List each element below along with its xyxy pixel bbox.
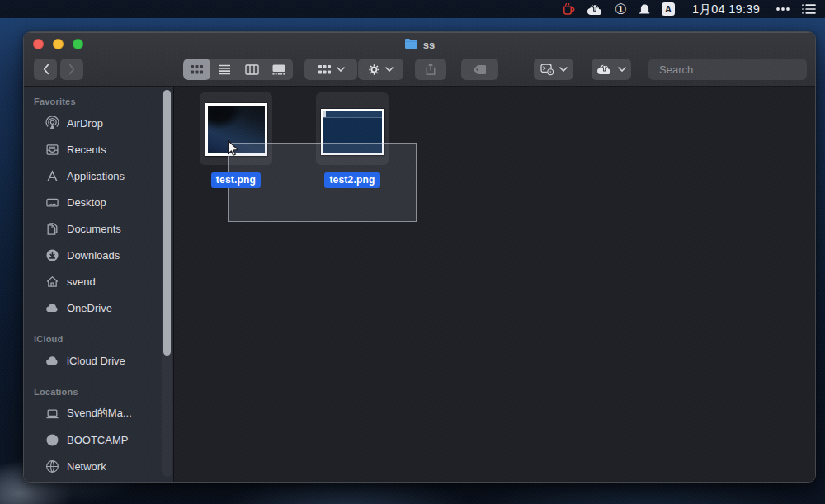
input-source-a-icon[interactable]: A — [662, 2, 675, 16]
sidebar-section-header: iCloud — [24, 334, 173, 347]
sidebar-item-label: BOOTCAMP — [67, 434, 128, 446]
finder-window: ss — [23, 31, 816, 483]
chevron-down-icon — [385, 67, 394, 72]
list-view-button[interactable] — [210, 59, 238, 80]
sidebar-item-label: svend — [67, 276, 96, 288]
list-menu-icon[interactable] — [801, 0, 817, 18]
sidebar-item-onedrive[interactable]: OneDrive — [24, 294, 173, 321]
sidebar-item-label: iCloud Drive — [67, 355, 125, 367]
sidebar-item-svend-mac[interactable]: Svend的Ma... — [24, 400, 173, 426]
applications-icon — [45, 169, 59, 183]
file-name-label[interactable]: test.png — [211, 172, 261, 188]
cloud-icon — [45, 301, 59, 315]
disk-icon — [45, 433, 59, 447]
chevron-down-icon — [559, 67, 568, 72]
window-title-text: ss — [423, 39, 435, 51]
home-icon — [45, 275, 59, 289]
column-view-button[interactable] — [238, 59, 266, 80]
cloud-upload-icon[interactable] — [587, 0, 604, 18]
icon-view-button[interactable] — [183, 59, 210, 80]
sidebar-section-header: Favorites — [24, 97, 173, 110]
cloud-upload-icon — [596, 64, 613, 75]
file-name-label[interactable]: test2.png — [324, 172, 380, 188]
share-button[interactable] — [415, 59, 446, 80]
sidebar-item-svend[interactable]: svend — [24, 268, 173, 294]
airdrop-icon — [45, 116, 59, 130]
sidebar-item-label: Desktop — [67, 196, 106, 209]
gallery-view-button[interactable] — [266, 59, 293, 80]
sidebar-item-label: Recents — [67, 144, 106, 156]
file-browser-content[interactable]: test.pngtest2.png — [174, 87, 815, 482]
menu-bar-clock[interactable]: 1月04 19:39 — [692, 2, 760, 17]
sidebar-item-label: Svend的Ma... — [67, 406, 132, 421]
chevron-down-icon — [337, 67, 345, 72]
gear-icon — [368, 64, 380, 76]
sidebar-item-airdrop[interactable]: AirDrop — [24, 110, 173, 136]
mouse-cursor — [227, 139, 239, 158]
sidebar-item-label: Network — [67, 460, 106, 473]
folder-icon — [404, 38, 418, 52]
tag-icon — [473, 64, 487, 75]
quick-action-icon — [540, 63, 554, 76]
sidebar-item-recents[interactable]: Recents — [24, 136, 173, 163]
sidebar-item-label: Documents — [67, 223, 121, 235]
sidebar-section-header: Locations — [24, 387, 173, 400]
sidebar-item-network[interactable]: Network — [24, 453, 173, 479]
recents-icon — [45, 143, 59, 157]
group-grid-icon — [318, 64, 332, 75]
sidebar-item-icloud-drive[interactable]: iCloud Drive — [24, 347, 173, 374]
cat-icon[interactable] — [638, 0, 651, 18]
menu-bar: ① A 1月04 19:39 — [0, 0, 825, 18]
sidebar-item-downloads[interactable]: Downloads — [24, 242, 173, 268]
sidebar-item-bootcamp[interactable]: BOOTCAMP — [24, 426, 173, 453]
tag-button[interactable] — [461, 59, 498, 80]
downloads-icon — [45, 248, 59, 262]
sidebar-sections: FavoritesAirDropRecentsApplicationsDeskt… — [24, 97, 173, 479]
sidebar-item-applications[interactable]: Applications — [24, 163, 173, 189]
back-button[interactable] — [34, 59, 57, 80]
caffeine-mug-icon[interactable] — [562, 0, 576, 18]
sidebar-item-label: OneDrive — [67, 302, 112, 314]
grouping-button[interactable] — [304, 59, 357, 80]
chevron-down-icon — [618, 67, 626, 72]
sidebar-item-label: Downloads — [67, 249, 120, 261]
cloud-icon — [45, 354, 59, 368]
file-label-row: test2.png — [316, 172, 389, 188]
cloud-sync-button[interactable] — [592, 59, 631, 80]
desktop: ① A 1月04 19:39 — [0, 0, 825, 504]
one-circle-icon[interactable]: ① — [615, 0, 627, 18]
desktop-icon — [45, 195, 59, 210]
quick-action-button[interactable] — [534, 59, 573, 80]
sidebar: FavoritesAirDropRecentsApplicationsDeskt… — [24, 87, 174, 482]
view-switcher — [183, 59, 293, 80]
documents-icon — [45, 222, 59, 236]
sidebar-item-label: AirDrop — [67, 117, 103, 130]
laptop-icon — [45, 407, 59, 421]
search-input[interactable] — [659, 64, 804, 76]
action-menu-button[interactable] — [358, 59, 403, 80]
sidebar-scrollbar-thumb[interactable] — [163, 90, 171, 356]
share-icon — [425, 63, 436, 76]
globe-icon — [45, 459, 59, 473]
search-field[interactable] — [648, 59, 807, 80]
sidebar-item-label: Applications — [67, 170, 125, 182]
window-titlebar[interactable]: ss — [24, 32, 815, 87]
sidebar-item-documents[interactable]: Documents — [24, 215, 173, 242]
forward-button[interactable] — [60, 59, 83, 80]
window-title: ss — [24, 36, 815, 53]
more-dots-icon[interactable] — [776, 0, 790, 18]
sidebar-item-desktop[interactable]: Desktop — [24, 189, 173, 215]
file-label-row: test.png — [200, 172, 272, 188]
